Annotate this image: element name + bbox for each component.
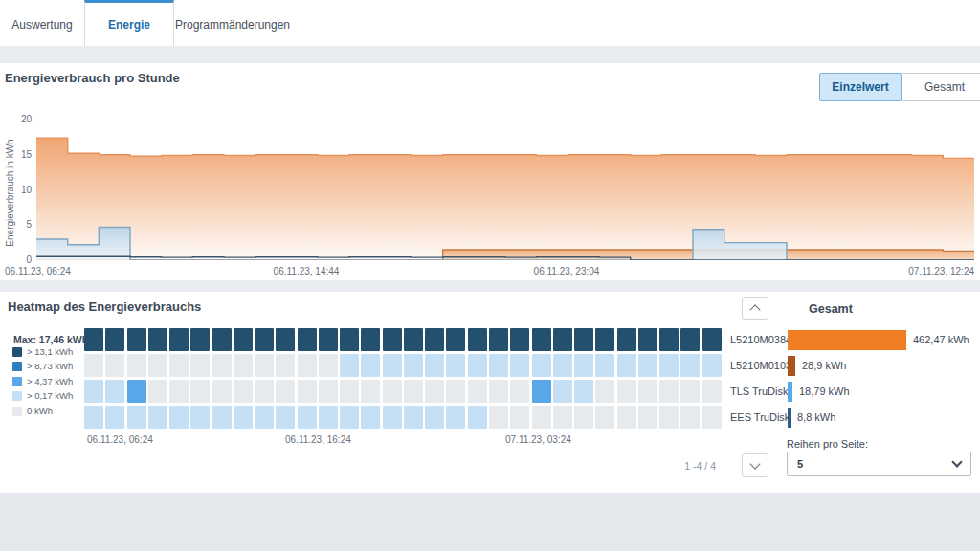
heatmap-cell[interactable] — [127, 406, 146, 429]
heatmap-cell[interactable] — [638, 354, 657, 377]
heatmap-cell[interactable] — [319, 354, 338, 377]
heatmap-cell[interactable] — [638, 380, 657, 403]
heatmap-cell[interactable] — [574, 406, 593, 429]
heatmap-cell[interactable] — [340, 380, 359, 403]
heatmap-cell[interactable] — [212, 406, 232, 429]
tab-programmaenderungen[interactable]: Programmänderungen — [174, 0, 291, 46]
heatmap-cell[interactable] — [84, 328, 103, 351]
heatmap-cell[interactable] — [383, 406, 402, 429]
heatmap-cell[interactable] — [404, 354, 423, 377]
heatmap-cell[interactable] — [383, 380, 402, 403]
heatmap-cell[interactable] — [425, 328, 444, 351]
heatmap-cell[interactable] — [169, 354, 189, 377]
heatmap-cell[interactable] — [489, 406, 508, 429]
heatmap-cell[interactable] — [702, 328, 722, 351]
gesamt-button[interactable]: Gesamt — [901, 73, 980, 101]
heatmap-cell[interactable] — [702, 380, 722, 403]
heatmap-cell[interactable] — [234, 380, 253, 403]
heatmap-cell[interactable] — [404, 328, 423, 351]
heatmap-cell[interactable] — [169, 380, 189, 403]
heatmap-cell[interactable] — [340, 354, 359, 377]
heatmap-cell[interactable] — [553, 354, 572, 377]
heatmap-cell[interactable] — [659, 354, 679, 377]
heatmap-cell[interactable] — [617, 328, 636, 351]
heatmap-cell[interactable] — [595, 328, 614, 351]
heatmap-cell[interactable] — [319, 380, 338, 403]
heatmap-cell[interactable] — [361, 406, 380, 429]
heatmap-cell[interactable] — [468, 380, 487, 403]
heatmap-cell[interactable] — [190, 354, 210, 377]
heatmap-cell[interactable] — [84, 406, 103, 429]
heatmap-cell[interactable] — [446, 406, 465, 429]
heatmap-cell[interactable] — [425, 354, 444, 377]
heatmap-cell[interactable] — [489, 328, 508, 351]
heatmap-cell[interactable] — [574, 354, 593, 377]
heatmap-cell[interactable] — [702, 406, 722, 429]
heatmap-cell[interactable] — [532, 406, 551, 429]
heatmap-cell[interactable] — [489, 380, 508, 403]
heatmap-cell[interactable] — [659, 406, 679, 429]
einzelwert-button[interactable]: Einzelwert — [819, 73, 902, 101]
heatmap-cell[interactable] — [212, 380, 232, 403]
heatmap-cell[interactable] — [340, 406, 359, 429]
heatmap-cell[interactable] — [212, 328, 232, 351]
heatmap-cell[interactable] — [190, 328, 210, 351]
heatmap-cell[interactable] — [404, 380, 423, 403]
tab-auswertung[interactable]: Auswertung — [0, 0, 84, 46]
heatmap-cell[interactable] — [553, 406, 572, 429]
heatmap-cell[interactable] — [510, 406, 529, 429]
heatmap-cell[interactable] — [468, 328, 487, 351]
heatmap-cell[interactable] — [319, 328, 338, 351]
heatmap-cell[interactable] — [595, 406, 614, 429]
heatmap-cell[interactable] — [532, 380, 551, 403]
heatmap-cell[interactable] — [361, 328, 380, 351]
heatmap-cell[interactable] — [84, 380, 103, 403]
heatmap-cell[interactable] — [702, 354, 722, 377]
heatmap-cell[interactable] — [127, 328, 146, 351]
rows-per-page-select[interactable]: 5 — [787, 452, 971, 476]
heatmap-cell[interactable] — [148, 328, 167, 351]
heatmap-cell[interactable] — [255, 328, 274, 351]
heatmap-cell[interactable] — [574, 380, 593, 403]
heatmap-cell[interactable] — [298, 354, 317, 377]
heatmap-cell[interactable] — [659, 328, 679, 351]
tab-energie[interactable]: Energie — [84, 0, 174, 46]
heatmap-cell[interactable] — [383, 354, 402, 377]
heatmap-cell[interactable] — [383, 328, 402, 351]
heatmap-cell[interactable] — [361, 354, 380, 377]
heatmap-cell[interactable] — [127, 354, 146, 377]
total-bar[interactable] — [788, 356, 795, 376]
heatmap-cell[interactable] — [105, 354, 124, 377]
heatmap-cell[interactable] — [105, 406, 124, 429]
heatmap-cell[interactable] — [298, 406, 317, 429]
heatmap-cell[interactable] — [340, 328, 359, 351]
heatmap-cell[interactable] — [105, 328, 124, 351]
heatmap-cell[interactable] — [105, 380, 124, 403]
heatmap-cell[interactable] — [532, 328, 551, 351]
heatmap-cell[interactable] — [148, 406, 167, 429]
heatmap-cell[interactable] — [510, 354, 529, 377]
heatmap-cell[interactable] — [361, 380, 380, 403]
heatmap-cell[interactable] — [659, 380, 679, 403]
energy-area-chart[interactable] — [36, 120, 974, 260]
heatmap-cell[interactable] — [255, 380, 274, 403]
heatmap-cell[interactable] — [425, 380, 444, 403]
collapse-panel-button[interactable] — [742, 297, 768, 320]
heatmap-cell[interactable] — [298, 328, 317, 351]
heatmap-cell[interactable] — [617, 406, 636, 429]
heatmap-cell[interactable] — [190, 406, 210, 429]
heatmap-cell[interactable] — [234, 354, 253, 377]
heatmap-cell[interactable] — [234, 406, 253, 429]
pagination-expand-button[interactable] — [742, 453, 768, 477]
heatmap-cell[interactable] — [532, 354, 551, 377]
heatmap-cell[interactable] — [276, 380, 295, 403]
heatmap-cell[interactable] — [234, 328, 253, 351]
heatmap-cell[interactable] — [468, 354, 487, 377]
heatmap-cell[interactable] — [680, 406, 700, 429]
heatmap-cell[interactable] — [84, 354, 103, 377]
heatmap-cell[interactable] — [127, 380, 146, 403]
heatmap-cell[interactable] — [595, 380, 614, 403]
heatmap-cell[interactable] — [276, 354, 295, 377]
heatmap-cell[interactable] — [446, 354, 465, 377]
heatmap-cell[interactable] — [489, 354, 508, 377]
